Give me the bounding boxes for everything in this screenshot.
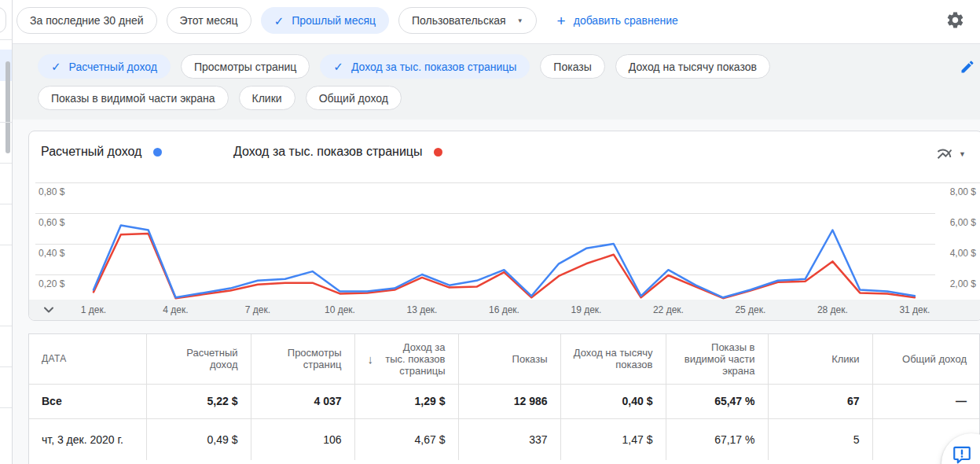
- chip-impressions[interactable]: Показы: [540, 54, 604, 79]
- row-label: Все: [29, 384, 146, 418]
- chevron-down-icon: ▼: [517, 17, 523, 24]
- x-axis-tick-label: 10 дек.: [325, 304, 355, 315]
- line-chart-plot: [29, 131, 980, 321]
- report-table: ДАТА Расчетный доход Просмотры страниц ↓…: [29, 334, 979, 460]
- series-line: [94, 226, 915, 298]
- chip-page-views[interactable]: Просмотры страниц: [181, 54, 310, 79]
- divider: [0, 204, 12, 204]
- left-panel-sliver: [0, 0, 13, 464]
- feedback-chat-icon: [952, 444, 972, 464]
- chip-label: За последние 30 дней: [30, 14, 144, 27]
- cell: 5,22 $: [146, 384, 251, 418]
- check-icon: ✓: [333, 61, 343, 72]
- x-axis-tick-label: 31 дек.: [899, 304, 930, 315]
- report-table-card: ДАТА Расчетный доход Просмотры страниц ↓…: [28, 333, 980, 464]
- check-icon: ✓: [51, 61, 61, 72]
- x-axis-tick-label: 16 дек.: [489, 304, 519, 315]
- date-filter-chips: За последние 30 дней Этот месяц ✓ Прошлы…: [17, 7, 678, 34]
- divider: [0, 366, 12, 367]
- row-label: чт, 3 дек. 2020 г.: [29, 418, 146, 460]
- x-axis-tick-label: 7 дек.: [245, 304, 270, 315]
- cell: 65,47 %: [666, 384, 768, 418]
- chip-estimated-revenue[interactable]: ✓ Расчетный доход: [38, 54, 171, 79]
- plus-icon: +: [557, 13, 566, 28]
- sort-descending-icon: ↓: [368, 352, 374, 366]
- edit-metrics-button[interactable]: [957, 57, 978, 77]
- report-content: Расчетный доход Доход за тыс. показов ст…: [13, 120, 980, 464]
- cell: 1,47 $: [560, 418, 666, 460]
- cell: 5: [768, 418, 872, 460]
- chip-label: Пользовательская: [412, 14, 506, 27]
- x-axis-strip: 1 дек.4 дек.7 дек.10 дек.13 дек.16 дек.1…: [29, 300, 980, 320]
- chip-viewable-impressions[interactable]: Показы в видимой части экрана: [38, 86, 229, 110]
- cell: 4,67 $: [354, 418, 458, 460]
- cell: 67: [768, 384, 872, 418]
- x-axis-tick-label: 25 дек.: [735, 304, 765, 315]
- chip-total-revenue[interactable]: Общий доход: [306, 86, 402, 110]
- chip-impression-rpm[interactable]: Доход на тысячу показов: [615, 54, 770, 79]
- check-icon: ✓: [274, 15, 284, 27]
- divider: [0, 163, 12, 164]
- cell: 4 037: [251, 384, 354, 418]
- chip-label: Этот месяц: [180, 14, 238, 27]
- column-header-viewability[interactable]: Показы в видимой части экрана: [666, 334, 768, 384]
- divider: [0, 407, 12, 408]
- x-axis-tick-label: 22 дек.: [653, 304, 684, 315]
- column-header-clicks[interactable]: Клики: [768, 334, 872, 384]
- chip-custom-range[interactable]: Пользовательская ▼: [398, 7, 537, 34]
- cell: 12 986: [458, 384, 560, 418]
- cell: 0,40 $: [560, 384, 666, 418]
- collapse-chart-button[interactable]: [42, 303, 56, 320]
- add-comparison-label: добавить сравнение: [574, 14, 678, 27]
- cell: —: [872, 384, 979, 418]
- chip-last-month[interactable]: ✓ Прошлый месяц: [261, 7, 389, 34]
- x-axis-tick-label: 19 дек.: [571, 304, 601, 315]
- chip-label: Просмотры страниц: [194, 61, 296, 73]
- divider: [0, 39, 12, 40]
- table-row-total: Все 5,22 $ 4 037 1,29 $ 12 986 0,40 $ 65…: [29, 384, 979, 418]
- metric-chips-panel: ✓ Расчетный доход Просмотры страниц ✓ До…: [13, 43, 980, 120]
- table-header-row: ДАТА Расчетный доход Просмотры страниц ↓…: [29, 334, 979, 384]
- chip-label: Расчетный доход: [69, 61, 157, 73]
- x-axis-tick-label: 1 дек.: [81, 304, 106, 315]
- divider: [0, 245, 12, 245]
- chart-card: Расчетный доход Доход за тыс. показов ст…: [28, 131, 980, 321]
- gear-icon: [945, 10, 965, 30]
- metric-chips-row-1: ✓ Расчетный доход Просмотры страниц ✓ До…: [38, 54, 770, 79]
- column-header-page-rpm[interactable]: ↓ Доход за тыс. показов страницы: [354, 334, 458, 384]
- column-header-page-views[interactable]: Просмотры страниц: [251, 334, 354, 384]
- cell: 1,29 $: [354, 384, 458, 418]
- chip-label: Прошлый месяц: [292, 14, 376, 27]
- column-header-impressions[interactable]: Показы: [458, 334, 560, 384]
- series-line: [94, 234, 915, 298]
- chip-clicks[interactable]: Клики: [239, 86, 295, 110]
- divider: [0, 122, 12, 123]
- chip-label: Клики: [252, 92, 282, 105]
- add-comparison-button[interactable]: + добавить сравнение: [557, 13, 678, 28]
- x-axis-tick-label: 13 дек.: [406, 304, 437, 315]
- divider: [0, 326, 12, 326]
- scrollbar[interactable]: [6, 61, 10, 153]
- pencil-icon: [960, 59, 975, 75]
- chip-this-month[interactable]: Этот месяц: [167, 7, 251, 34]
- settings-button[interactable]: [944, 9, 966, 31]
- cutoff-chip-fragment: [0, 7, 6, 33]
- chip-label: Доход на тысячу показов: [629, 61, 757, 73]
- column-header-impression-rpm[interactable]: Доход на тысячу показов: [560, 334, 666, 384]
- chip-label: Общий доход: [319, 92, 388, 105]
- table-row-dec-3: чт, 3 дек. 2020 г. 0,49 $ 106 4,67 $ 337…: [29, 418, 979, 460]
- column-header-date[interactable]: ДАТА: [29, 334, 146, 384]
- chevron-down-icon: [42, 303, 56, 317]
- chip-label: Доход за тыс. показов страницы: [351, 61, 516, 73]
- metric-chips-row-2: Показы в видимой части экрана Клики Общи…: [38, 86, 402, 110]
- x-axis-tick-label: 4 дек.: [163, 304, 188, 315]
- column-header-total-revenue[interactable]: Общий доход: [872, 334, 979, 384]
- chip-last-30-days[interactable]: За последние 30 дней: [17, 7, 157, 34]
- cell: 0,49 $: [146, 418, 251, 460]
- date-filter-bar: За последние 30 дней Этот месяц ✓ Прошлы…: [13, 0, 980, 43]
- x-axis-tick-label: 28 дек.: [817, 304, 848, 315]
- chip-label: Показы в видимой части экрана: [51, 92, 215, 105]
- column-header-estimated-revenue[interactable]: Расчетный доход: [146, 334, 251, 384]
- chip-page-rpm[interactable]: ✓ Доход за тыс. показов страницы: [320, 54, 530, 79]
- cell: 67,17 %: [666, 418, 768, 460]
